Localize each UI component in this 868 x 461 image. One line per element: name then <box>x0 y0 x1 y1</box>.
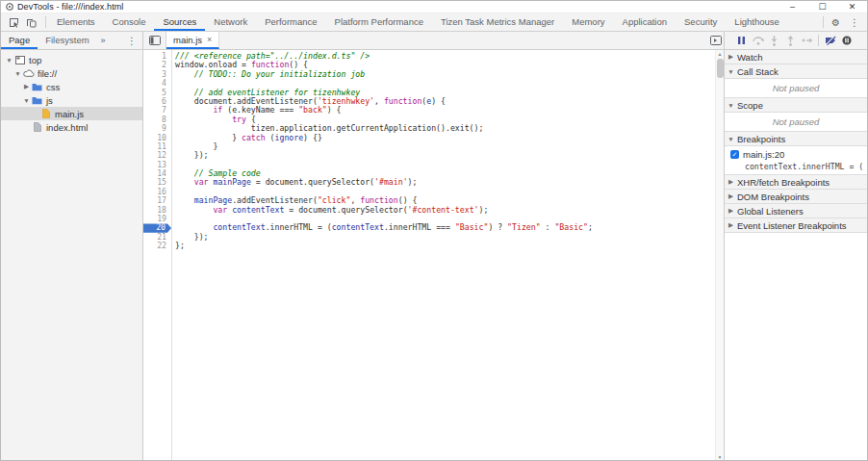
code-line[interactable]: } <box>175 142 715 151</box>
close-button[interactable]: ✕ <box>837 1 867 13</box>
line-number[interactable]: 6 <box>143 97 171 106</box>
tab-tizen-task-metrics-manager[interactable]: Tizen Task Metrics Manager <box>432 13 563 31</box>
step-icon[interactable] <box>799 34 815 48</box>
pause-on-exceptions-icon[interactable] <box>838 34 855 48</box>
line-number[interactable]: 1 <box>143 52 171 61</box>
breakpoint-line-number[interactable]: 20 <box>143 223 171 232</box>
tab-lighthouse[interactable]: Lighthouse <box>726 13 787 31</box>
section-watch[interactable]: ▶Watch <box>725 50 867 64</box>
tree-down-arrow-icon[interactable]: ▼ <box>13 70 22 77</box>
tab-sources[interactable]: Sources <box>154 13 205 31</box>
line-number[interactable]: 7 <box>143 106 171 115</box>
tree-item-label: top <box>29 55 41 65</box>
line-number-gutter[interactable]: 12345678910111213141516171819202122 <box>143 50 172 461</box>
scroll-down-icon[interactable]: ▼ <box>718 453 723 461</box>
code-line[interactable]: if (e.keyName === "back") { <box>175 106 715 115</box>
not-paused-message: Not paused <box>725 113 867 132</box>
navigator-more-icon[interactable]: ⋮ <box>121 32 142 49</box>
editor-scrollbar[interactable]: ▲ ▼ <box>715 50 724 461</box>
tab-security[interactable]: Security <box>676 13 726 31</box>
tab-application[interactable]: Application <box>614 13 676 31</box>
section-collapse-arrow-icon[interactable]: ▶ <box>725 221 737 229</box>
tree-item-file-[interactable]: ▼file:// <box>1 66 142 80</box>
tab-elements[interactable]: Elements <box>48 13 104 31</box>
breakpoint-checkbox[interactable]: ✓ <box>730 150 739 159</box>
maximize-button[interactable]: ☐ <box>807 1 837 13</box>
pause-icon[interactable] <box>733 34 750 48</box>
section-expand-arrow-icon[interactable]: ▼ <box>725 68 737 75</box>
tree-down-arrow-icon[interactable]: ▼ <box>5 57 13 64</box>
tree-item-css[interactable]: ▶css <box>1 80 142 93</box>
tab-filesystem[interactable]: Filesystem <box>38 32 96 49</box>
code-line[interactable]: } catch (ignore) {} <box>175 134 715 142</box>
step-into-icon[interactable] <box>766 34 782 48</box>
tree-down-arrow-icon[interactable]: ▼ <box>22 97 31 104</box>
line-number[interactable]: 3 <box>143 70 171 79</box>
tree-item-index-html[interactable]: index.html <box>1 120 142 134</box>
section-collapse-arrow-icon[interactable]: ▶ <box>725 207 737 215</box>
window-title: DevTools - file:///index.html <box>17 2 778 12</box>
minimize-button[interactable]: – <box>778 1 807 13</box>
tab-console[interactable]: Console <box>104 13 155 31</box>
tree-item-main-js[interactable]: main.js <box>1 107 142 120</box>
section-collapse-arrow-icon[interactable]: ▶ <box>725 53 737 61</box>
settings-gear-icon[interactable]: ⚙ <box>826 17 846 28</box>
tree-right-arrow-icon[interactable]: ▶ <box>22 83 31 90</box>
section-collapse-arrow-icon[interactable]: ▶ <box>725 178 737 186</box>
tab-performance[interactable]: Performance <box>256 13 325 31</box>
section-expand-arrow-icon[interactable]: ▼ <box>725 102 737 109</box>
code-line[interactable]: var contentText = document.querySelector… <box>175 206 715 215</box>
device-toolbar-icon[interactable] <box>23 15 38 29</box>
hide-navigator-icon[interactable] <box>143 32 166 49</box>
code-line[interactable]: }); <box>175 233 715 242</box>
deactivate-breakpoints-icon[interactable] <box>822 34 838 48</box>
code-editor[interactable]: /// <reference path="../../index.d.ts" /… <box>172 50 715 461</box>
code-line[interactable]: contentText.innerHTML = (contentText.inn… <box>175 223 715 232</box>
section-label: Scope <box>737 100 763 111</box>
tab-network[interactable]: Network <box>205 13 256 31</box>
line-number[interactable]: 8 <box>143 115 171 124</box>
line-number[interactable]: 5 <box>143 89 171 97</box>
scroll-up-icon[interactable]: ▲ <box>718 50 723 58</box>
section-xhr-fetch-breakpoints[interactable]: ▶XHR/fetch Breakpoints <box>725 175 867 190</box>
code-line[interactable]: // TODO:: Do your initialization job <box>175 70 715 79</box>
more-options-icon[interactable]: ⋮ <box>846 17 863 28</box>
section-breakpoints[interactable]: ▼Breakpoints <box>725 132 867 146</box>
section-expand-arrow-icon[interactable]: ▼ <box>725 136 737 142</box>
code-line[interactable]: }); <box>175 151 715 160</box>
tree-item-top[interactable]: ▼top <box>1 53 142 66</box>
line-number[interactable]: 2 <box>143 61 171 69</box>
section-label: Global Listeners <box>737 206 804 217</box>
tab-memory[interactable]: Memory <box>563 13 613 31</box>
section-global-listeners[interactable]: ▶Global Listeners <box>725 204 867 218</box>
line-number[interactable]: 4 <box>143 79 171 88</box>
folder-icon <box>31 96 43 105</box>
editor-tab-mainjs[interactable]: main.js × <box>166 32 219 49</box>
toggle-sidebar-icon[interactable] <box>708 32 724 49</box>
code-line[interactable]: }; <box>175 242 715 250</box>
tree-item-js[interactable]: ▼js <box>1 93 142 107</box>
inspect-element-icon[interactable] <box>6 15 21 29</box>
section-scope[interactable]: ▼Scope <box>725 98 867 113</box>
section-label: DOM Breakpoints <box>737 192 809 202</box>
editor-panel: main.js × 123456789101112131415161718192… <box>143 32 724 461</box>
section-dom-breakpoints[interactable]: ▶DOM Breakpoints <box>725 190 867 204</box>
section-collapse-arrow-icon[interactable]: ▶ <box>725 192 737 200</box>
breakpoint-entry[interactable]: ✓main.js:20contentText.innerHTML = (co… <box>725 146 867 175</box>
tree-item-label: index.html <box>46 122 88 133</box>
tab-platform-performance[interactable]: Platform Performance <box>326 13 432 31</box>
close-tab-icon[interactable]: × <box>207 35 212 44</box>
tab-page[interactable]: Page <box>1 32 38 49</box>
tree-item-label: js <box>46 95 53 106</box>
section-call-stack[interactable]: ▼Call Stack <box>725 64 867 79</box>
section-label: Event Listener Breakpoints <box>737 220 847 231</box>
section-event-listener-breakpoints[interactable]: ▶Event Listener Breakpoints <box>725 218 867 233</box>
step-over-icon[interactable] <box>750 34 766 48</box>
line-number[interactable]: 22 <box>143 242 171 250</box>
step-out-icon[interactable] <box>782 34 799 48</box>
editor-tab-label: main.js <box>173 35 202 45</box>
scrollbar-thumb[interactable] <box>717 59 724 78</box>
line-number[interactable]: 19 <box>143 215 171 223</box>
code-line[interactable]: var mainPage = document.querySelector('#… <box>175 178 715 187</box>
more-tabs-icon[interactable]: » <box>97 32 110 49</box>
